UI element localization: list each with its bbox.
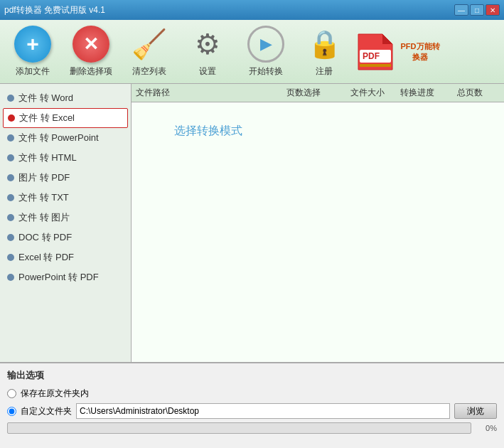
sidebar-item-label: 文件 转 Excel [19, 112, 75, 124]
custom-folder-radio[interactable] [7, 407, 16, 416]
sidebar-item-label: Excel 转 PDF [18, 251, 74, 264]
sidebar-dot [7, 274, 14, 281]
col-file-path: 文件路径 [136, 87, 286, 99]
start-convert-label: 开始转换 [249, 65, 283, 78]
add-file-icon: + [14, 26, 51, 63]
broom-icon: 🧹 [131, 26, 168, 63]
close-button[interactable]: ✕ [486, 4, 500, 16]
sidebar: 文件 转 Word 文件 转 Excel 文件 转 PowerPoint 文件 … [0, 84, 132, 362]
add-file-label: 添加文件 [16, 65, 50, 78]
sidebar-dot [7, 154, 14, 161]
register-label: 注册 [316, 65, 333, 78]
main-area: 文件 转 Word 文件 转 Excel 文件 转 PowerPoint 文件 … [0, 84, 504, 363]
sidebar-dot [7, 234, 14, 241]
sidebar-dot-active [8, 114, 15, 122]
col-total-pages: 总页数 [457, 87, 500, 99]
title-bar: pdf转换器 免费试用版 v4.1 — □ ✕ [0, 0, 504, 20]
custom-folder-row: 自定义文件夹 浏览 [7, 403, 497, 419]
progress-percent: 0% [476, 424, 497, 432]
register-button[interactable]: 🔒 注册 [299, 26, 350, 78]
sidebar-dot [7, 214, 14, 221]
custom-folder-label: 自定义文件夹 [21, 405, 72, 417]
window-controls: — □ ✕ [454, 4, 500, 16]
sidebar-item-label: 图片 转 PDF [18, 171, 70, 184]
sidebar-item-ppt-pdf[interactable]: PowerPoint 转 PDF [0, 267, 131, 287]
sidebar-item-powerpoint[interactable]: 文件 转 PowerPoint [0, 128, 131, 148]
add-file-button[interactable]: + 添加文件 [7, 26, 58, 78]
sidebar-item-img-pdf[interactable]: 图片 转 PDF [0, 168, 131, 188]
settings-label: 设置 [199, 65, 216, 78]
sidebar-item-txt[interactable]: 文件 转 TXT [0, 188, 131, 208]
col-convert-progress: 转换进度 [400, 87, 457, 99]
clear-list-button[interactable]: 🧹 清空列表 [124, 26, 175, 78]
table-header: 文件路径 页数选择 文件大小 转换进度 总页数 [132, 84, 504, 102]
sidebar-dot [7, 95, 14, 102]
select-mode-hint: 选择转换模式 [174, 124, 242, 139]
content-area: 文件路径 页数选择 文件大小 转换进度 总页数 选择转换模式 [132, 84, 504, 362]
sidebar-item-excel-pdf[interactable]: Excel 转 PDF [0, 247, 131, 267]
sidebar-item-label: DOC 转 PDF [18, 231, 72, 244]
delete-label: 删除选择项 [70, 65, 112, 78]
progress-row: 0% [7, 422, 497, 434]
delete-icon: ✕ [73, 26, 109, 63]
sidebar-item-label: 文件 转 Word [18, 92, 73, 105]
progress-bar [7, 422, 471, 434]
output-options-title: 输出选项 [7, 369, 497, 382]
minimize-button[interactable]: — [454, 4, 468, 16]
svg-text:PDF: PDF [363, 51, 380, 61]
delete-selected-button[interactable]: ✕ 删除选择项 [65, 26, 117, 78]
sidebar-item-excel[interactable]: 文件 转 Excel [3, 108, 128, 128]
sidebar-item-file-img[interactable]: 文件 转 图片 [0, 208, 131, 228]
output-options: 输出选项 保存在原文件夹内 自定义文件夹 浏览 0% [0, 363, 504, 448]
start-convert-button[interactable]: ▶ 开始转换 [240, 26, 291, 78]
sidebar-item-label: 文件 转 图片 [18, 211, 70, 224]
pfd-label: PFD万能转换器 [398, 41, 442, 63]
keep-original-radio[interactable] [7, 389, 16, 398]
sidebar-item-label: 文件 转 TXT [18, 191, 69, 204]
sidebar-dot [7, 254, 14, 261]
svg-rect-4 [360, 64, 391, 67]
pdf-logo-icon: PDF [357, 33, 394, 71]
gear-icon: ⚙ [189, 26, 226, 63]
col-page-select: 页数选择 [286, 87, 350, 99]
sidebar-item-label: 文件 转 PowerPoint [18, 132, 99, 144]
sidebar-dot [7, 174, 14, 181]
table-body: 选择转换模式 [132, 102, 504, 362]
sidebar-item-html[interactable]: 文件 转 HTML [0, 148, 131, 168]
pdf-brand: PDF PFD万能转换器 [357, 33, 442, 71]
app-title: pdf转换器 免费试用版 v4.1 [4, 4, 454, 16]
keep-original-row: 保存在原文件夹内 [7, 388, 497, 400]
sidebar-item-doc-pdf[interactable]: DOC 转 PDF [0, 228, 131, 247]
sidebar-item-label: PowerPoint 转 PDF [18, 271, 99, 284]
clear-list-label: 清空列表 [132, 65, 166, 78]
sidebar-dot [7, 194, 14, 201]
maximize-button[interactable]: □ [470, 4, 484, 16]
settings-button[interactable]: ⚙ 设置 [182, 26, 233, 78]
sidebar-dot [7, 134, 14, 142]
sidebar-item-word[interactable]: 文件 转 Word [0, 88, 131, 108]
sidebar-item-label: 文件 转 HTML [18, 151, 77, 164]
browse-button[interactable]: 浏览 [454, 403, 497, 419]
folder-path-input[interactable] [76, 403, 450, 419]
col-file-size: 文件大小 [350, 87, 400, 99]
lock-icon: 🔒 [306, 26, 343, 63]
play-icon: ▶ [247, 26, 284, 63]
toolbar: + 添加文件 ✕ 删除选择项 🧹 清空列表 ⚙ 设置 ▶ 开始转换 🔒 注册 [0, 20, 504, 84]
keep-original-label: 保存在原文件夹内 [21, 388, 89, 400]
